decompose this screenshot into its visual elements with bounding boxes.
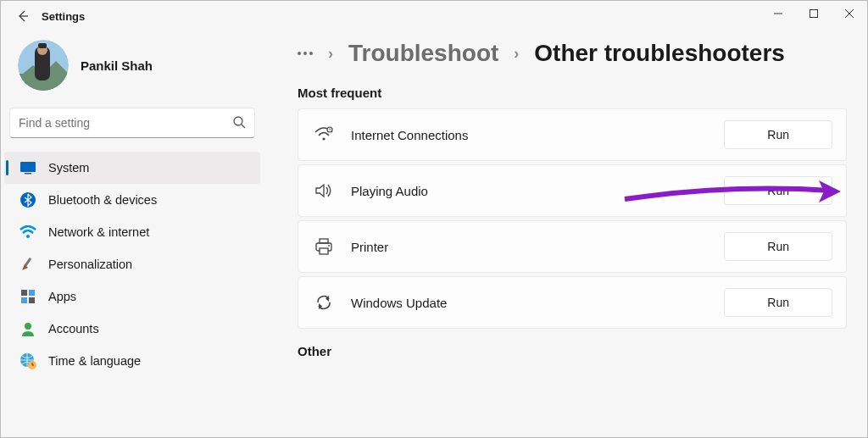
svg-point-21 — [322, 137, 325, 140]
breadcrumb-current: Other troubleshooters — [534, 40, 785, 67]
run-button[interactable]: Run — [724, 288, 832, 317]
sidebar-item-label: Apps — [48, 290, 76, 303]
paintbrush-icon — [19, 256, 36, 273]
sidebar-item-label: Bluetooth & devices — [48, 193, 157, 207]
printer-icon — [312, 235, 336, 258]
troubleshooter-label: Playing Audio — [351, 184, 428, 198]
search-box[interactable] — [9, 108, 255, 138]
search-input[interactable] — [19, 116, 232, 130]
window-title: Settings — [42, 10, 85, 23]
svg-rect-24 — [320, 239, 328, 243]
svg-rect-10 — [25, 173, 31, 175]
svg-rect-17 — [29, 297, 35, 303]
sidebar-item-system[interactable]: System — [4, 152, 260, 184]
svg-rect-26 — [320, 248, 328, 254]
maximize-button[interactable] — [796, 1, 832, 26]
minimize-button[interactable] — [760, 1, 796, 26]
back-button[interactable] — [11, 4, 35, 28]
svg-rect-13 — [24, 258, 31, 267]
sidebar-item-label: Personalization — [48, 258, 132, 271]
sidebar-item-network[interactable]: Network & internet — [1, 216, 264, 248]
bluetooth-icon — [19, 191, 36, 208]
sidebar-item-personalization[interactable]: Personalization — [1, 248, 264, 280]
globe-clock-icon — [19, 352, 36, 369]
troubleshooter-label: Internet Connections — [351, 128, 468, 142]
wifi-icon — [19, 224, 36, 241]
troubleshooter-windows-update[interactable]: Windows Update Run — [298, 276, 847, 329]
troubleshooter-internet[interactable]: Internet Connections Run — [298, 108, 847, 161]
run-button[interactable]: Run — [724, 232, 832, 261]
svg-point-12 — [26, 235, 30, 238]
svg-rect-15 — [29, 290, 35, 296]
avatar — [18, 40, 69, 91]
close-button[interactable] — [832, 1, 867, 26]
svg-rect-7 — [38, 43, 47, 48]
speaker-icon — [312, 179, 336, 202]
system-icon — [19, 159, 36, 176]
svg-point-18 — [25, 323, 31, 330]
svg-point-27 — [328, 245, 330, 247]
sidebar-item-bluetooth[interactable]: Bluetooth & devices — [1, 184, 264, 216]
search-icon — [232, 115, 246, 131]
sidebar-item-accounts[interactable]: Accounts — [1, 313, 264, 345]
svg-rect-0 — [810, 10, 818, 18]
troubleshooter-label: Printer — [351, 240, 388, 254]
user-name: Pankil Shah — [81, 58, 153, 73]
wifi-icon — [312, 123, 336, 147]
user-profile[interactable]: Pankil Shah — [1, 31, 264, 108]
troubleshooter-audio[interactable]: Playing Audio Run — [298, 164, 847, 217]
sidebar-item-apps[interactable]: Apps — [1, 280, 264, 313]
person-icon — [19, 320, 36, 337]
sidebar-item-time[interactable]: Time & language — [1, 345, 264, 377]
troubleshooter-printer[interactable]: Printer Run — [298, 220, 847, 273]
apps-icon — [19, 288, 36, 305]
breadcrumb: › Troubleshoot › Other troubleshooters — [298, 40, 847, 67]
svg-point-8 — [234, 117, 242, 125]
breadcrumb-prev[interactable]: Troubleshoot — [348, 40, 498, 67]
svg-rect-9 — [20, 162, 36, 172]
sidebar-item-label: Time & language — [48, 354, 141, 368]
run-button[interactable]: Run — [724, 120, 832, 149]
section-title-other: Other — [298, 344, 847, 358]
sidebar-item-label: Network & internet — [48, 225, 149, 239]
svg-rect-14 — [21, 290, 27, 296]
run-button[interactable]: Run — [724, 176, 832, 205]
breadcrumb-overflow[interactable] — [298, 52, 313, 55]
troubleshooter-label: Windows Update — [351, 296, 447, 310]
chevron-right-icon: › — [514, 45, 519, 63]
svg-rect-16 — [21, 297, 27, 303]
sidebar-item-label: System — [48, 161, 89, 175]
chevron-right-icon: › — [328, 45, 333, 63]
sidebar-item-label: Accounts — [48, 322, 99, 335]
sync-icon — [312, 291, 336, 314]
section-title-most-frequent: Most frequent — [298, 86, 847, 100]
